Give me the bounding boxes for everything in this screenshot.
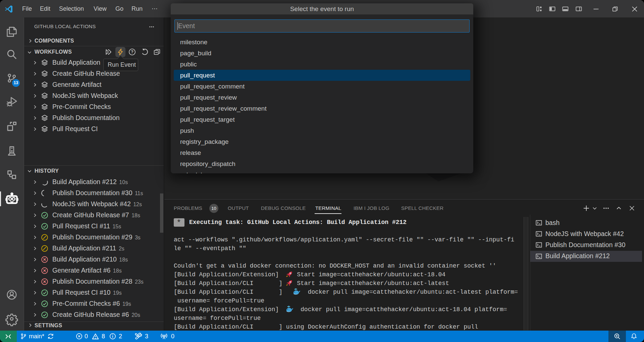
svg-text:?: ? xyxy=(131,50,133,54)
